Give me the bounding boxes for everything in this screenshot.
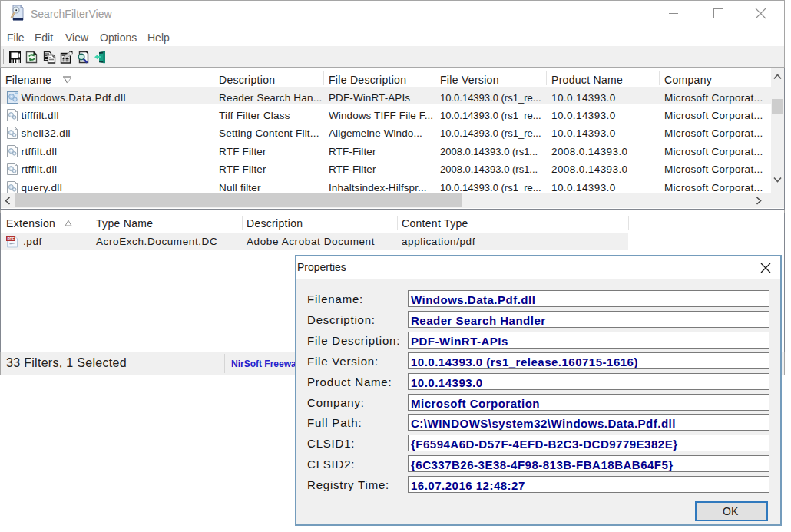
svg-text:PDF: PDF xyxy=(7,237,14,241)
